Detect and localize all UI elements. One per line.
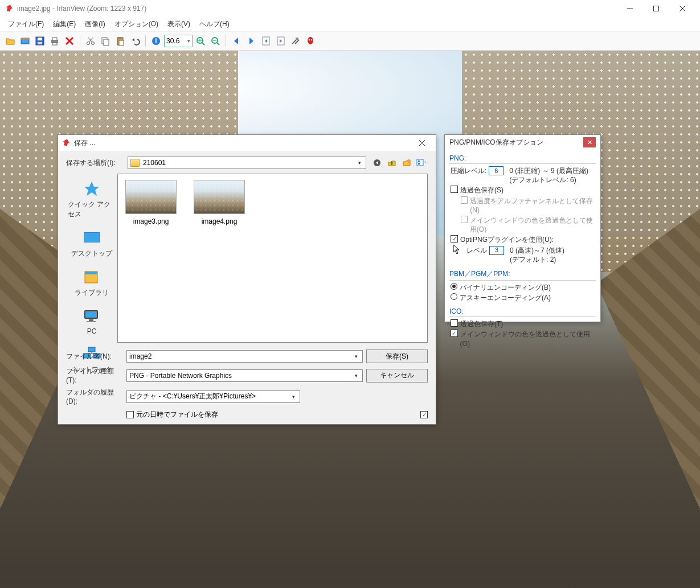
filename-label: ファイル名(N): — [66, 352, 123, 361]
open-icon[interactable] — [3, 34, 17, 48]
undo-icon[interactable] — [128, 34, 142, 48]
svg-rect-36 — [296, 38, 298, 40]
save-icon[interactable] — [33, 34, 47, 48]
ico-save-transparent-checkbox[interactable]: 透過色保存(T) — [449, 319, 596, 329]
svg-rect-8 — [38, 42, 42, 44]
file-item[interactable]: image4.png — [192, 180, 247, 225]
svg-rect-21 — [118, 37, 122, 39]
settings-icon[interactable] — [289, 34, 302, 48]
place-desktop[interactable]: デスクトップ — [68, 229, 116, 258]
next-icon[interactable] — [244, 34, 258, 48]
place-pc[interactable]: PC — [68, 308, 116, 335]
svg-rect-10 — [52, 38, 57, 40]
maximize-button[interactable] — [643, 0, 669, 17]
print-icon[interactable] — [48, 34, 62, 48]
minimize-button[interactable] — [617, 0, 643, 17]
nav-up-icon[interactable] — [386, 157, 398, 169]
file-item[interactable]: image3.png — [124, 180, 178, 225]
svg-rect-11 — [52, 43, 57, 45]
svg-rect-53 — [87, 321, 96, 322]
titlebar: image2.jpg - IrfanView (Zoom: 1223 x 917… — [0, 0, 700, 17]
menu-view[interactable]: 表示(V) — [163, 18, 195, 30]
cursor-icon — [453, 244, 461, 256]
prev-icon[interactable] — [230, 34, 243, 48]
menu-image[interactable]: 画像(I) — [80, 18, 109, 30]
place-quick-access[interactable]: クイック アクセス — [68, 180, 116, 219]
svg-rect-52 — [89, 319, 93, 321]
svg-rect-45 — [418, 163, 420, 165]
svg-rect-19 — [104, 39, 109, 46]
view-menu-icon[interactable] — [415, 157, 428, 169]
svg-rect-1 — [654, 6, 659, 11]
paste-icon[interactable] — [113, 34, 127, 48]
svg-line-26 — [202, 43, 204, 45]
svg-rect-22 — [119, 40, 124, 46]
show-options-checkbox[interactable]: ✓ — [420, 411, 428, 418]
irfanview-icon[interactable] — [304, 34, 317, 48]
save-dialog: 保存 ... 保存する場所(I): 210601 ▾ — [58, 134, 436, 425]
next-page-icon[interactable] — [274, 34, 288, 48]
pnm-ascii-radio[interactable]: アスキーエンコーディング(A) — [449, 293, 596, 303]
nav-back-icon[interactable] — [371, 157, 383, 169]
dialog-icon — [62, 138, 71, 147]
pnm-group-header: PBM／PGM／PPM: — [449, 268, 596, 281]
svg-text:i: i — [155, 37, 157, 45]
pnm-binary-radio[interactable]: バイナリエンコーディング(B) — [449, 282, 596, 293]
slideshow-icon[interactable] — [18, 34, 32, 48]
save-dialog-close-button[interactable] — [412, 136, 432, 150]
menu-edit[interactable]: 編集(E) — [48, 18, 80, 30]
svg-rect-51 — [85, 311, 97, 318]
app-icon — [5, 4, 14, 13]
svg-rect-44 — [418, 161, 420, 162]
svg-line-30 — [217, 43, 219, 45]
folder-history-combo[interactable]: ピクチャ - <C:¥Users¥正太郎¥Pictures¥>▾ — [126, 390, 300, 403]
toolbar: i 30.6▾ — [0, 31, 700, 51]
filetype-combo[interactable]: PNG - Portable Network Graphics▾ — [126, 369, 363, 382]
delete-icon[interactable] — [63, 34, 76, 48]
optipng-level-input[interactable]: 3 — [489, 246, 504, 255]
compression-level-input[interactable]: 6 — [489, 166, 503, 175]
svg-point-38 — [311, 39, 313, 41]
svg-rect-7 — [38, 38, 42, 40]
zoom-out-icon[interactable] — [208, 34, 222, 48]
compression-level-label: 圧縮レベル: — [451, 166, 486, 175]
png-save-transparent-checkbox[interactable]: 透過色保存(S) — [449, 185, 596, 195]
ico-mainwindow-color-checkbox[interactable]: ✓メインウィンドウの色を透過色として使用(O) — [449, 329, 596, 348]
image-viewport[interactable]: 保存 ... 保存する場所(I): 210601 ▾ — [0, 51, 700, 578]
zoom-input[interactable]: 30.6▾ — [164, 35, 193, 47]
filename-input[interactable]: image2▾ — [126, 350, 363, 363]
place-libraries[interactable]: ライブラリ — [68, 269, 116, 298]
menu-help[interactable]: ヘルプ(H) — [195, 18, 234, 30]
options-dialog-close-button[interactable]: ✕ — [583, 137, 596, 147]
menu-file[interactable]: ファイル(F) — [3, 18, 48, 30]
copy-icon[interactable] — [99, 34, 112, 48]
close-button[interactable] — [669, 0, 695, 17]
svg-line-16 — [89, 38, 93, 42]
svg-point-14 — [87, 42, 90, 45]
save-location-label: 保存する場所(I): — [66, 158, 123, 168]
svg-rect-47 — [84, 233, 99, 242]
menu-options[interactable]: オプション(O) — [110, 18, 163, 30]
info-icon[interactable]: i — [149, 34, 163, 48]
zoom-in-icon[interactable] — [194, 34, 207, 48]
file-list[interactable]: image3.png image4.png — [117, 174, 428, 343]
optipng-checkbox[interactable]: ✓OptiPNGプラグインを使用(U): — [449, 235, 596, 245]
svg-rect-5 — [21, 38, 29, 40]
save-dialog-title: 保存 ... — [74, 138, 412, 148]
png-alpha-checkbox: 透過度をアルファチャンネルとして保存(N) — [449, 196, 596, 215]
svg-rect-49 — [85, 272, 97, 274]
prev-page-icon[interactable] — [259, 34, 273, 48]
png-group-header: PNG: — [449, 153, 596, 164]
filetype-label: ファイルの種類(T): — [66, 367, 123, 384]
svg-point-15 — [92, 42, 95, 45]
new-folder-icon[interactable] — [400, 157, 413, 169]
original-date-checkbox[interactable]: 元の日時でファイルを保存 — [126, 410, 218, 420]
svg-point-37 — [309, 39, 310, 41]
cancel-button[interactable]: キャンセル — [366, 369, 428, 383]
save-location-combo[interactable]: 210601 ▾ — [128, 157, 366, 169]
cut-icon[interactable] — [84, 34, 97, 48]
optipng-level-label: レベル — [466, 246, 487, 255]
png-mainwindow-color-checkbox: メインウィンドウの色を透過色として使用(O) — [449, 215, 596, 235]
save-button[interactable]: 保存(S) — [366, 349, 428, 363]
options-dialog-title: PNG/PNM/ICO保存オプション — [449, 138, 583, 147]
